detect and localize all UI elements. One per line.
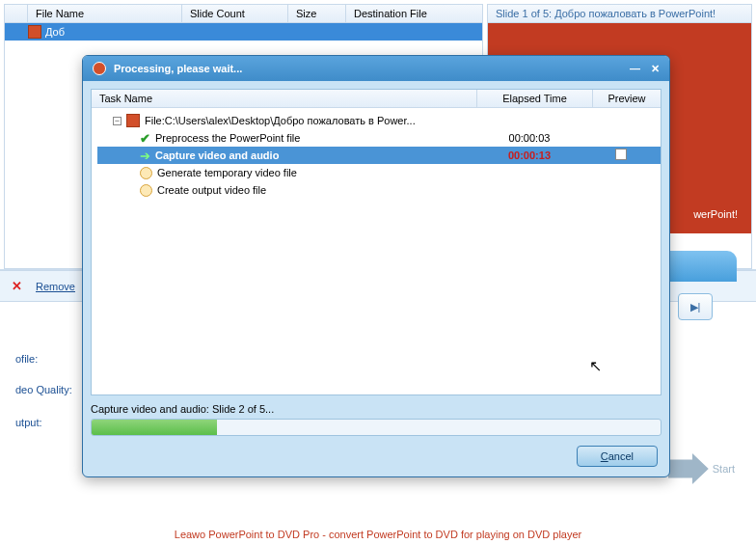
powerpoint-icon <box>126 114 140 127</box>
profile-label: ofile: <box>15 353 83 365</box>
remove-link[interactable]: RRemoveemove <box>36 281 75 292</box>
clock-icon <box>140 167 152 179</box>
task-header: Task Name Elapsed Time Preview <box>92 90 661 108</box>
check-icon: ✔ <box>140 131 150 146</box>
task-row[interactable]: ✔Preprocess the PowerPoint file 00:00:03 <box>97 129 661 147</box>
start-arrow-icon <box>668 453 709 484</box>
dialog-icon <box>93 62 106 75</box>
task-row[interactable]: Create output video file <box>97 181 661 199</box>
close-button[interactable]: ✕ <box>651 63 660 74</box>
col-elapsed[interactable]: Elapsed Time <box>477 90 593 107</box>
file-row[interactable]: Доб <box>5 23 482 41</box>
output-label: utput: <box>15 417 83 428</box>
col-filename[interactable]: File Name <box>28 5 182 22</box>
cancel-button[interactable]: Cancel <box>577 446 658 467</box>
minimize-button[interactable]: — <box>630 63 640 74</box>
task-root-row[interactable]: − File:C:\Users\alex\Desktop\Добро пожал… <box>97 112 661 129</box>
col-task-name[interactable]: Task Name <box>92 90 477 107</box>
preview-checkbox[interactable] <box>615 149 627 160</box>
col-size[interactable]: Size <box>288 5 346 22</box>
next-button[interactable]: ▶| <box>678 293 713 320</box>
task-row-active[interactable]: ➔Capture video and audio 00:00:13 <box>97 147 661 164</box>
play-tab[interactable] <box>660 251 737 282</box>
file-list-header: File Name Slide Count Size Destination F… <box>5 5 482 23</box>
col-dest[interactable]: Destination File <box>346 5 482 22</box>
dialog-title-text: Processing, please wait... <box>114 63 242 74</box>
remove-icon[interactable]: ✕ <box>12 279 22 293</box>
progress-fill <box>92 420 217 435</box>
video-quality-label: deo Quality: <box>15 384 83 395</box>
dialog-titlebar[interactable]: Processing, please wait... — ✕ <box>83 56 669 81</box>
preview-title: Slide 1 of 5: Добро пожаловать в PowerPo… <box>488 5 751 23</box>
progress-bar <box>91 419 662 436</box>
file-name-cell: Доб <box>45 26 65 38</box>
status-text: Capture video and audio: Slide 2 of 5... <box>91 403 662 415</box>
arrow-right-icon: ➔ <box>140 149 150 163</box>
processing-dialog: Processing, please wait... — ✕ Task Name… <box>82 55 670 477</box>
col-slidecount[interactable]: Slide Count <box>182 5 288 22</box>
clock-icon <box>140 184 152 197</box>
col-preview[interactable]: Preview <box>593 90 661 107</box>
collapse-icon[interactable]: − <box>113 117 122 125</box>
task-tree: − File:C:\Users\alex\Desktop\Добро пожал… <box>92 108 661 203</box>
powerpoint-icon <box>28 25 41 39</box>
start-button[interactable]: Start <box>668 453 735 484</box>
footer-text: Leawo PowerPoint to DVD Pro - convert Po… <box>0 525 756 544</box>
task-row[interactable]: Generate temporary video file <box>97 164 661 181</box>
